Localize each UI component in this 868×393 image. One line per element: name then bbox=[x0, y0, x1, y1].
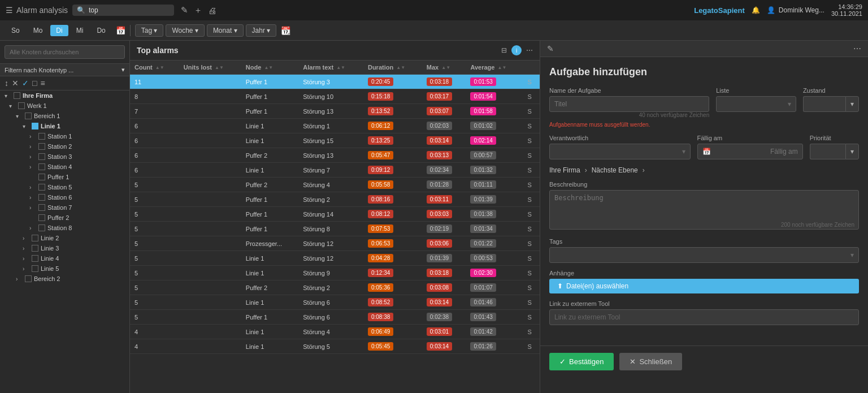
panel-edit-icon[interactable]: ✎ bbox=[547, 44, 554, 53]
square-icon[interactable]: □ bbox=[32, 79, 37, 88]
zustand-arrow[interactable]: ▾ bbox=[845, 96, 859, 112]
cb-puffer1[interactable] bbox=[38, 174, 45, 180]
menu-icon[interactable]: ☰ Alarm analysis bbox=[6, 6, 68, 15]
table-row[interactable]: 11 Puffer 1 Störung 3 0:20:45 0:03:18 0:… bbox=[130, 75, 540, 89]
th-text[interactable]: Alarm text ▲▼ bbox=[298, 61, 363, 75]
cb-linie5[interactable] bbox=[32, 265, 38, 272]
th-count[interactable]: Count ▲▼ bbox=[130, 61, 179, 75]
tree-item-linie1[interactable]: ▾ Linie 1 bbox=[0, 121, 129, 131]
th-units[interactable]: Units lost ▲▼ bbox=[179, 61, 241, 75]
cb-werk1[interactable] bbox=[18, 102, 25, 109]
woche-button[interactable]: Woche ▾ bbox=[166, 24, 204, 37]
tree-item-station8[interactable]: › Station 8 bbox=[0, 223, 129, 233]
table-row[interactable]: 6 Linie 1 Störung 1 0:06:12 0:02:03 0:01… bbox=[130, 119, 540, 133]
cb-linie4[interactable] bbox=[32, 255, 38, 262]
table-row[interactable]: 8 Puffer 1 Störung 10 0:15:18 0:03:17 0:… bbox=[130, 89, 540, 104]
add-icon[interactable]: ＋ bbox=[194, 5, 202, 16]
th-duration[interactable]: Duration ▲▼ bbox=[363, 61, 422, 75]
list-icon[interactable]: ≡ bbox=[40, 79, 45, 88]
cb-station8[interactable] bbox=[38, 224, 45, 231]
calendar-icon[interactable]: 📆 bbox=[281, 26, 290, 35]
tree-item-linie4[interactable]: › Linie 4 bbox=[0, 253, 129, 264]
table-row[interactable]: 5 Puffer 1 Störung 2 0:08:16 0:03:11 0:0… bbox=[130, 192, 540, 207]
tree-item-station3[interactable]: › Station 3 bbox=[0, 152, 129, 162]
filter-icon[interactable]: ⊟ bbox=[501, 46, 507, 54]
upload-button[interactable]: ⬆ Datei(en) auswählen bbox=[549, 279, 859, 293]
verantwortlich-select[interactable]: ▾ bbox=[549, 144, 691, 159]
cb-station6[interactable] bbox=[38, 194, 45, 201]
prioritaet-arrow[interactable]: ▾ bbox=[845, 144, 859, 159]
table-row[interactable]: 5 Puffer 1 Störung 14 0:08:12 0:03:03 0:… bbox=[130, 207, 540, 222]
tree-item-station5[interactable]: › Station 5 bbox=[0, 182, 129, 192]
check-icon[interactable]: ✓ bbox=[22, 79, 29, 88]
tree-item-station6[interactable]: › Station 6 bbox=[0, 192, 129, 202]
name-input[interactable] bbox=[549, 96, 709, 112]
tree-item-ihre-firma[interactable]: ▾ Ihre Firma bbox=[0, 90, 129, 101]
tree-item-bereich2[interactable]: › Bereich 2 bbox=[0, 274, 129, 284]
tree-item-station7[interactable]: › Station 7 bbox=[0, 202, 129, 213]
sidebar-filter[interactable]: Filtern nach Knotentyp ... ▾ bbox=[0, 63, 129, 76]
th-node[interactable]: Node ▲▼ bbox=[241, 61, 298, 75]
table-row[interactable]: 5 Puffer 1 Störung 6 0:08:38 0:02:38 0:0… bbox=[130, 310, 540, 325]
tree-item-werk1[interactable]: ▾ Werk 1 bbox=[0, 101, 129, 111]
table-row[interactable]: 7 Puffer 1 Störung 13 0:13:52 0:03:07 0:… bbox=[130, 104, 540, 119]
tree-item-bereich1[interactable]: ▾ Bereich 1 bbox=[0, 111, 129, 121]
table-row[interactable]: 5 Puffer 2 Störung 4 0:05:58 0:01:28 0:0… bbox=[130, 178, 540, 192]
tags-select[interactable]: ▾ bbox=[549, 247, 859, 263]
table-row[interactable]: 4 Linie 1 Störung 4 0:06:49 0:03:01 0:01… bbox=[130, 325, 540, 339]
expand-icon[interactable]: ↕ bbox=[5, 79, 8, 88]
monat-button[interactable]: Monat ▾ bbox=[207, 24, 244, 37]
jahr-button[interactable]: Jahr ▾ bbox=[246, 24, 277, 37]
cb-linie2[interactable] bbox=[32, 235, 38, 241]
confirm-button[interactable]: ✓ Bestätigen bbox=[549, 353, 614, 370]
close-icon[interactable]: ✕ bbox=[12, 79, 19, 88]
tree-item-puffer1[interactable]: Puffer 1 bbox=[0, 172, 129, 182]
more-icon[interactable]: ⋯ bbox=[526, 46, 533, 54]
day-do[interactable]: Do bbox=[91, 25, 111, 36]
tree-item-linie5[interactable]: › Linie 5 bbox=[0, 264, 129, 274]
tag-button[interactable]: Tag ▾ bbox=[135, 24, 164, 37]
tree-item-station2[interactable]: › Station 2 bbox=[0, 141, 129, 152]
cb-bereich1[interactable] bbox=[25, 113, 32, 119]
table-row[interactable]: 6 Linie 1 Störung 15 0:13:25 0:03:14 0:0… bbox=[130, 133, 540, 148]
cb-ihre-firma[interactable] bbox=[14, 92, 20, 99]
calendar-icon-small[interactable]: 📅 bbox=[116, 26, 125, 35]
table-row[interactable]: 6 Puffer 2 Störung 13 0:05:47 0:03:13 0:… bbox=[130, 148, 540, 163]
tree-item-linie3[interactable]: › Linie 3 bbox=[0, 243, 129, 253]
day-mo[interactable]: Mo bbox=[28, 25, 49, 36]
cb-station1[interactable] bbox=[38, 133, 45, 140]
search-input[interactable] bbox=[89, 6, 157, 14]
cb-puffer2[interactable] bbox=[38, 214, 45, 221]
table-row[interactable]: 5 Linie 1 Störung 6 0:08:52 0:03:14 0:01… bbox=[130, 295, 540, 310]
tree-item-puffer2[interactable]: Puffer 2 bbox=[0, 213, 129, 223]
tree-item-linie2[interactable]: › Linie 2 bbox=[0, 233, 129, 243]
panel-more-icon[interactable]: ⋯ bbox=[853, 44, 861, 53]
th-max[interactable]: Max ▲▼ bbox=[422, 61, 466, 75]
table-row[interactable]: 5 Linie 1 Störung 12 0:04:28 0:01:39 0:0… bbox=[130, 251, 540, 266]
edit-icon[interactable]: ✎ bbox=[181, 5, 188, 15]
day-mi[interactable]: Mi bbox=[71, 25, 89, 36]
day-so[interactable]: So bbox=[6, 25, 25, 36]
table-row[interactable]: 5 Puffer 1 Störung 8 0:07:53 0:02:19 0:0… bbox=[130, 222, 540, 236]
cb-station2[interactable] bbox=[38, 143, 45, 150]
table-row[interactable]: 5 Puffer 2 Störung 2 0:05:36 0:03:08 0:0… bbox=[130, 280, 540, 295]
info-circle[interactable]: i bbox=[511, 45, 522, 55]
tree-item-station1[interactable]: › Station 1 bbox=[0, 131, 129, 141]
breadcrumb-1[interactable]: Ihre Firma bbox=[549, 166, 580, 174]
cb-linie1[interactable] bbox=[32, 123, 38, 129]
cb-station5[interactable] bbox=[38, 184, 45, 191]
cb-station3[interactable] bbox=[38, 153, 45, 160]
fallig-select[interactable]: 📅 Fällig am bbox=[697, 144, 803, 159]
cb-station4[interactable] bbox=[38, 163, 45, 170]
table-row[interactable]: 5 Prozessger... Störung 12 0:06:53 0:03:… bbox=[130, 236, 540, 251]
breadcrumb-2[interactable]: Nächste Ebene bbox=[592, 166, 638, 174]
cb-station7[interactable] bbox=[38, 204, 45, 211]
table-row[interactable]: 6 Linie 1 Störung 7 0:09:12 0:02:34 0:01… bbox=[130, 163, 540, 178]
table-row[interactable]: 4 Linie 1 Störung 5 0:05:45 0:03:14 0:01… bbox=[130, 339, 540, 354]
link-input[interactable] bbox=[549, 309, 859, 325]
th-avg[interactable]: Average ▲▼ bbox=[466, 61, 523, 75]
table-row[interactable]: 5 Linie 1 Störung 9 0:12:34 0:03:18 0:02… bbox=[130, 266, 540, 280]
node-search-input[interactable] bbox=[5, 45, 125, 59]
close-button[interactable]: ✕ Schließen bbox=[619, 353, 682, 370]
day-di[interactable]: Di bbox=[50, 25, 68, 36]
